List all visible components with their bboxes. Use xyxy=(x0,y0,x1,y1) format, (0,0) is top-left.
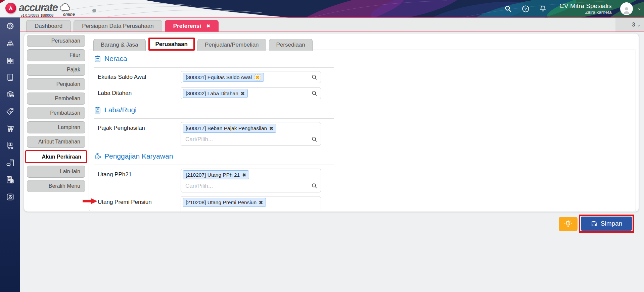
inventory-trolley-icon[interactable] xyxy=(0,137,20,154)
chip-label: [600017] Beban Pajak Penghasilan xyxy=(186,125,267,131)
menu-item-pembatasan[interactable]: Pembatasan xyxy=(27,107,85,119)
save-label: Simpan xyxy=(601,220,622,227)
status-dot xyxy=(92,9,96,12)
remove-chip-icon[interactable]: ✖ xyxy=(242,173,246,177)
fixed-asset-icon[interactable] xyxy=(0,154,20,171)
tab-penjualan-pembelian[interactable]: Penjualan/Pembelian xyxy=(197,39,266,51)
clipboard-chart-icon xyxy=(94,55,101,63)
menu-item-perusahaan[interactable]: Perusahaan xyxy=(27,35,85,47)
tab-barang-jasa[interactable]: Barang & Jasa xyxy=(93,39,146,51)
tab-label: Perusahaan xyxy=(155,41,188,48)
account-picker-utang-pph21[interactable]: [210207] Utang PPh 21 ✖ Cari/Pilih... xyxy=(181,169,321,192)
menu-item-fitur[interactable]: Fitur xyxy=(27,49,85,61)
search-icon[interactable] xyxy=(504,4,512,13)
search-account-icon[interactable] xyxy=(311,74,318,80)
save-button[interactable]: Simpan xyxy=(581,217,632,231)
chevron-down-icon: ⌄ xyxy=(637,22,641,27)
menu-item-pembelian[interactable]: Pembelian xyxy=(27,93,85,105)
field-label-pajak-penghasilan: Pajak Penghasilan xyxy=(98,125,145,131)
menu-label: Pembatasan xyxy=(50,110,80,116)
settings-menu: Perusahaan Fitur Pajak Penjualan Pembeli… xyxy=(27,35,85,194)
save-annotation-box: Simpan xyxy=(579,215,634,233)
search-account-icon[interactable] xyxy=(311,136,318,142)
section-title: Neraca xyxy=(104,55,127,63)
annotation-arrow xyxy=(83,197,97,205)
section-laba-rugi: Laba/Rugi xyxy=(94,106,137,114)
search-account-icon[interactable] xyxy=(311,90,318,97)
settings-icon[interactable] xyxy=(0,17,20,35)
tab-label: Penjualan/Pembelian xyxy=(205,42,259,48)
notifications-bell-icon[interactable] xyxy=(539,4,547,13)
tab-count: 3 xyxy=(632,22,635,28)
menu-label: Pembelian xyxy=(55,96,80,102)
journal-book-icon[interactable] xyxy=(0,69,20,86)
menu-label: Pajak xyxy=(67,67,80,73)
price-tag-rp-icon[interactable]: Rp xyxy=(0,103,20,120)
account-picker-ekuitas[interactable]: [300001] Equitas Saldo Awal ✖ xyxy=(181,71,321,83)
hint-button[interactable] xyxy=(559,217,578,231)
clipboard-chart-icon xyxy=(94,106,101,114)
divider xyxy=(94,165,334,165)
accurate-online-app: { "header": { "brand": "accurate", "bran… xyxy=(0,0,644,292)
menu-item-penjualan[interactable]: Penjualan xyxy=(27,78,85,90)
tab-label: Dashboard xyxy=(35,23,62,30)
avatar[interactable] xyxy=(620,2,633,15)
window-tab-strip: Dashboard Persiapan Data Perusahaan Pref… xyxy=(20,18,644,32)
tab-persiapan-data-perusahaan[interactable]: Persiapan Data Perusahaan xyxy=(74,20,162,32)
menu-label: Akun Perkiraan xyxy=(42,154,81,160)
company-name: CV Mitra Spesialis xyxy=(559,2,611,10)
remove-chip-icon[interactable]: ✖ xyxy=(254,74,261,80)
menu-label: Lampiran xyxy=(58,124,80,130)
search-account-icon[interactable] xyxy=(311,183,318,189)
bank-payment-icon[interactable] xyxy=(0,86,20,103)
tab-count-dropdown[interactable]: 3 ⌄ xyxy=(615,18,644,32)
header: accurate online v1.0.1#3382-1880003 ? xyxy=(0,0,644,17)
tab-label: Barang & Jasa xyxy=(101,42,138,48)
version-label: v1.0.1#3382-1880003 xyxy=(21,14,53,17)
account-picker-utang-premi-pensiun[interactable]: [210208] Utang Premi Pensiun ✖ xyxy=(181,196,321,211)
brand-name: accurate xyxy=(19,1,58,14)
floppy-disk-icon xyxy=(591,220,598,227)
menu-item-lampiran[interactable]: Lampiran xyxy=(27,121,85,133)
account-chip: [600017] Beban Pajak Penghasilan ✖ xyxy=(183,124,276,133)
lightbulb-icon xyxy=(564,220,572,228)
close-tab-icon[interactable]: ✖ xyxy=(206,23,210,28)
company-buildings-icon[interactable] xyxy=(0,52,20,69)
tab-perusahaan[interactable]: Perusahaan xyxy=(148,38,195,51)
menu-item-lain-lain[interactable]: Lain-lain xyxy=(27,166,85,178)
search-placeholder[interactable]: Cari/Pilih... xyxy=(185,183,213,189)
svg-text:TAX: TAX xyxy=(8,177,11,179)
remove-chip-icon[interactable]: ✖ xyxy=(241,91,245,96)
section-penggajian-karyawan: RP Penggajian Karyawan xyxy=(94,152,173,160)
tax-icon[interactable]: TAX xyxy=(0,171,20,188)
divider xyxy=(94,67,334,68)
section-neraca: Neraca xyxy=(94,55,127,63)
menu-item-atribut-tambahan[interactable]: Atribut Tambahan xyxy=(27,136,85,148)
content-tabs: Barang & Jasa Perusahaan Penjualan/Pembe… xyxy=(93,38,313,51)
account-picker-pajak-penghasilan[interactable]: [600017] Beban Pajak Penghasilan ✖ Cari/… xyxy=(181,122,321,146)
tab-label: Persiapan Data Perusahaan xyxy=(82,23,154,30)
money-bag-icon: RP xyxy=(94,153,101,160)
app-sidebar: Rp TAX xyxy=(0,17,20,292)
menu-item-akun-perkiraan[interactable]: Akun Perkiraan xyxy=(25,150,87,163)
tab-preferensi[interactable]: Preferensi ✖ xyxy=(165,20,219,32)
menu-item-beralih-menu[interactable]: Beralih Menu xyxy=(27,180,85,192)
tab-persediaan[interactable]: Persediaan xyxy=(269,39,313,51)
account-chevron-down-icon[interactable]: ⌄ xyxy=(637,5,641,11)
report-icon[interactable] xyxy=(0,188,20,206)
remove-chip-icon[interactable]: ✖ xyxy=(259,200,263,205)
menu-item-pajak[interactable]: Pajak xyxy=(27,64,85,76)
preferences-panel: Perusahaan Fitur Pajak Penjualan Pembeli… xyxy=(24,34,639,212)
account-picker-laba-ditahan[interactable]: [300002] Laba Ditahan ✖ xyxy=(181,87,321,99)
purchase-cart-icon[interactable] xyxy=(0,120,20,137)
menu-label: Beralih Menu xyxy=(49,183,80,189)
chip-label: [300001] Equitas Saldo Awal xyxy=(186,74,252,80)
remove-chip-icon[interactable]: ✖ xyxy=(269,126,273,131)
field-label-utang-pph21: Utang PPh21 xyxy=(98,171,132,178)
help-icon[interactable]: ? xyxy=(521,4,530,13)
section-title: Laba/Rugi xyxy=(104,106,137,114)
cash-register-icon[interactable] xyxy=(0,35,20,52)
tab-dashboard[interactable]: Dashboard xyxy=(26,20,71,32)
tab-label: Persediaan xyxy=(276,42,305,48)
search-placeholder[interactable]: Cari/Pilih... xyxy=(185,136,213,143)
